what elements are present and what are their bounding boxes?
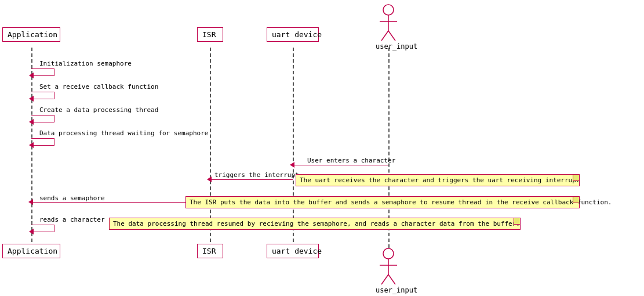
actor-uart-top: uart device xyxy=(267,27,319,42)
self-arrow-2c xyxy=(31,99,54,99)
self-arrow-3-head xyxy=(29,119,34,125)
msg-callback-label: Set a receive callback function xyxy=(39,83,158,91)
self-arrow-4c xyxy=(31,145,54,146)
actor-application-bottom: Application xyxy=(2,244,60,258)
svg-line-3 xyxy=(381,31,388,41)
self-arrow-5b xyxy=(54,225,54,232)
svg-line-9 xyxy=(388,275,395,284)
sends-semaphore-arrowhead xyxy=(28,199,33,205)
triggers-arrowhead xyxy=(207,176,212,182)
triggers-arrow xyxy=(210,179,293,180)
self-arrow-3c xyxy=(31,122,54,122)
self-arrow-5a xyxy=(31,225,54,225)
svg-line-8 xyxy=(381,275,388,284)
user-input-label-bottom: user_input xyxy=(376,286,417,294)
msg-triggers-label: triggers the interrupt xyxy=(214,171,299,179)
user-enters-arrowhead xyxy=(290,162,294,168)
self-arrow-4a xyxy=(31,138,54,139)
self-arrow-5-head xyxy=(29,229,34,234)
actor-isr-top: ISR xyxy=(197,27,223,42)
sends-semaphore-arrow xyxy=(31,202,210,203)
svg-line-4 xyxy=(388,31,395,41)
svg-point-5 xyxy=(383,248,394,259)
self-arrow-2a xyxy=(31,92,54,92)
note-isr-puts: The ISR puts the data into the buffer an… xyxy=(185,196,580,208)
svg-point-0 xyxy=(383,5,394,15)
self-arrow-3b xyxy=(54,115,54,122)
msg-reads-char-label: reads a character xyxy=(39,216,105,223)
user-input-figure-bottom xyxy=(377,247,400,287)
msg-init-semaphore-label: Initialization semaphore xyxy=(39,60,132,67)
note-uart-receives: The uart receives the character and trig… xyxy=(296,174,580,186)
self-arrow-2-head xyxy=(29,96,34,102)
self-arrow-2b xyxy=(54,92,54,99)
self-arrow-1-head xyxy=(29,73,34,78)
self-arrow-5c xyxy=(31,232,54,232)
msg-user-enters-label: User enters a character xyxy=(307,157,395,164)
msg-sends-semaphore-label: sends a semaphore xyxy=(39,194,105,202)
note-data-processing: The data processing thread resumed by re… xyxy=(109,218,521,230)
self-arrow-4-head xyxy=(29,142,34,148)
user-enters-arrow xyxy=(293,165,388,165)
actor-uart-bottom: uart device xyxy=(267,244,319,258)
self-arrow-4b xyxy=(54,138,54,145)
self-arrow-1a xyxy=(31,68,54,69)
self-arrow-1c xyxy=(31,75,54,76)
sequence-diagram: Application ISR uart device user_input I… xyxy=(0,0,644,296)
user-input-figure-top xyxy=(377,3,400,44)
self-arrow-3a xyxy=(31,115,54,115)
self-arrow-1b xyxy=(54,68,54,75)
actor-isr-bottom: ISR xyxy=(197,244,223,258)
actor-application-top: Application xyxy=(2,27,60,42)
msg-waiting-label: Data processing thread waiting for semap… xyxy=(39,129,208,137)
msg-create-thread-label: Create a data processing thread xyxy=(39,106,158,114)
user-input-label-top: user_input xyxy=(376,42,417,50)
